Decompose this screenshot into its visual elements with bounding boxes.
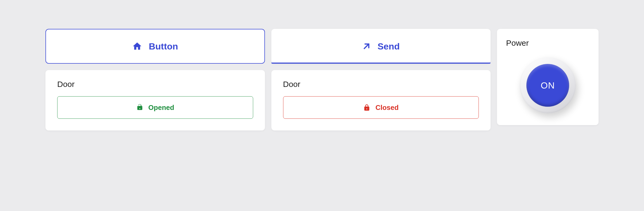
- power-button-wrap: ON: [506, 57, 589, 113]
- arrow-up-right-icon: [362, 42, 371, 51]
- power-state-label: ON: [541, 80, 555, 91]
- power-title: Power: [506, 39, 589, 48]
- door-state-button-opened[interactable]: Opened: [57, 96, 253, 119]
- power-card: Power ON: [497, 29, 599, 125]
- door-state-label: Closed: [375, 103, 399, 112]
- door-title: Door: [283, 80, 479, 89]
- power-button[interactable]: ON: [520, 57, 576, 113]
- home-icon: [132, 41, 142, 51]
- door-state-label: Opened: [148, 103, 174, 112]
- column-1: Button Door Opened: [45, 29, 265, 131]
- send-button-label: Send: [377, 41, 400, 52]
- dashboard: Button Door Opened Send: [5, 8, 639, 147]
- door-title: Door: [57, 80, 253, 89]
- door-card-opened: Door Opened: [45, 70, 265, 131]
- home-button[interactable]: Button: [45, 29, 265, 64]
- svg-line-0: [364, 44, 369, 49]
- door-card-closed: Door Closed: [271, 70, 491, 131]
- home-button-label: Button: [149, 41, 178, 52]
- lock-open-icon: [136, 104, 144, 111]
- send-button[interactable]: Send: [271, 29, 491, 64]
- door-state-button-closed[interactable]: Closed: [283, 96, 479, 119]
- lock-closed-icon: [363, 104, 371, 111]
- column-2: Send Door Closed: [271, 29, 491, 131]
- power-button-inner: ON: [526, 64, 569, 107]
